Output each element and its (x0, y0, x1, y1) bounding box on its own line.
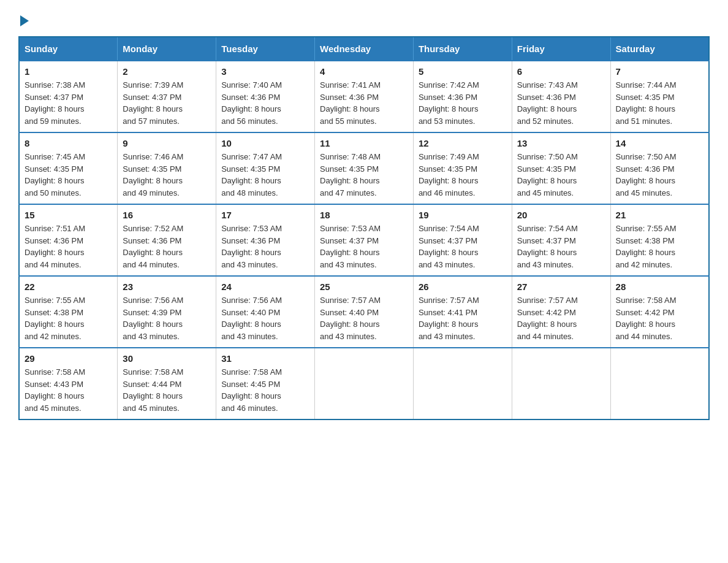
day-info: Sunrise: 7:40 AM Sunset: 4:36 PM Dayligh… (221, 79, 309, 127)
day-info: Sunrise: 7:55 AM Sunset: 4:38 PM Dayligh… (616, 223, 703, 270)
calendar-week-row: 29 Sunrise: 7:58 AM Sunset: 4:43 PM Dayl… (19, 348, 709, 419)
calendar-cell: 29 Sunrise: 7:58 AM Sunset: 4:43 PM Dayl… (19, 348, 118, 419)
day-info: Sunrise: 7:44 AM Sunset: 4:35 PM Dayligh… (616, 79, 703, 127)
calendar-cell: 30 Sunrise: 7:58 AM Sunset: 4:44 PM Dayl… (118, 348, 216, 419)
day-number: 1 (25, 66, 112, 77)
day-info: Sunrise: 7:47 AM Sunset: 4:35 PM Dayligh… (221, 151, 309, 199)
day-info: Sunrise: 7:50 AM Sunset: 4:36 PM Dayligh… (616, 151, 703, 199)
day-number: 14 (616, 138, 703, 148)
column-header-sunday: Sunday (19, 37, 118, 61)
day-number: 6 (517, 66, 605, 77)
calendar-cell: 24 Sunrise: 7:56 AM Sunset: 4:40 PM Dayl… (216, 276, 315, 348)
calendar-cell: 27 Sunrise: 7:57 AM Sunset: 4:42 PM Dayl… (512, 276, 610, 348)
day-info: Sunrise: 7:57 AM Sunset: 4:42 PM Dayligh… (517, 294, 605, 342)
calendar-cell: 23 Sunrise: 7:56 AM Sunset: 4:39 PM Dayl… (118, 276, 216, 348)
day-info: Sunrise: 7:56 AM Sunset: 4:40 PM Dayligh… (221, 294, 309, 342)
day-number: 22 (25, 282, 112, 292)
day-info: Sunrise: 7:45 AM Sunset: 4:35 PM Dayligh… (25, 151, 112, 199)
day-info: Sunrise: 7:43 AM Sunset: 4:36 PM Dayligh… (517, 79, 605, 127)
calendar-cell: 4 Sunrise: 7:41 AM Sunset: 4:36 PM Dayli… (315, 61, 414, 132)
calendar-cell: 12 Sunrise: 7:49 AM Sunset: 4:35 PM Dayl… (413, 132, 512, 204)
day-info: Sunrise: 7:54 AM Sunset: 4:37 PM Dayligh… (419, 223, 507, 270)
day-number: 5 (419, 66, 507, 77)
day-info: Sunrise: 7:38 AM Sunset: 4:37 PM Dayligh… (25, 79, 112, 127)
calendar-week-row: 15 Sunrise: 7:51 AM Sunset: 4:36 PM Dayl… (19, 204, 709, 276)
column-header-wednesday: Wednesday (315, 37, 414, 61)
calendar-cell: 2 Sunrise: 7:39 AM Sunset: 4:37 PM Dayli… (118, 61, 216, 132)
calendar-table: SundayMondayTuesdayWednesdayThursdayFrid… (18, 36, 710, 420)
column-header-tuesday: Tuesday (216, 37, 315, 61)
calendar-cell: 13 Sunrise: 7:50 AM Sunset: 4:35 PM Dayl… (512, 132, 610, 204)
day-number: 17 (221, 210, 309, 220)
calendar-week-row: 22 Sunrise: 7:55 AM Sunset: 4:38 PM Dayl… (19, 276, 709, 348)
column-header-friday: Friday (512, 37, 610, 61)
calendar-cell: 22 Sunrise: 7:55 AM Sunset: 4:38 PM Dayl… (19, 276, 118, 348)
calendar-cell: 21 Sunrise: 7:55 AM Sunset: 4:38 PM Dayl… (610, 204, 709, 276)
calendar-cell: 14 Sunrise: 7:50 AM Sunset: 4:36 PM Dayl… (610, 132, 709, 204)
day-number: 18 (320, 210, 408, 220)
calendar-cell: 6 Sunrise: 7:43 AM Sunset: 4:36 PM Dayli… (512, 61, 610, 132)
day-number: 12 (419, 138, 507, 148)
calendar-cell (315, 348, 414, 419)
day-info: Sunrise: 7:39 AM Sunset: 4:37 PM Dayligh… (123, 79, 211, 127)
day-info: Sunrise: 7:46 AM Sunset: 4:35 PM Dayligh… (123, 151, 211, 199)
day-number: 15 (25, 210, 112, 220)
calendar-week-row: 1 Sunrise: 7:38 AM Sunset: 4:37 PM Dayli… (19, 61, 709, 132)
day-number: 31 (221, 353, 309, 364)
day-info: Sunrise: 7:54 AM Sunset: 4:37 PM Dayligh… (517, 223, 605, 270)
calendar-cell (413, 348, 512, 419)
calendar-cell (512, 348, 610, 419)
calendar-cell: 16 Sunrise: 7:52 AM Sunset: 4:36 PM Dayl… (118, 204, 216, 276)
day-number: 24 (221, 282, 309, 292)
day-number: 19 (419, 210, 507, 220)
column-header-saturday: Saturday (610, 37, 709, 61)
day-number: 9 (123, 138, 211, 148)
day-info: Sunrise: 7:49 AM Sunset: 4:35 PM Dayligh… (419, 151, 507, 199)
calendar-cell (610, 348, 709, 419)
day-info: Sunrise: 7:57 AM Sunset: 4:41 PM Dayligh… (419, 294, 507, 342)
day-info: Sunrise: 7:51 AM Sunset: 4:36 PM Dayligh… (25, 223, 112, 270)
calendar-cell: 5 Sunrise: 7:42 AM Sunset: 4:36 PM Dayli… (413, 61, 512, 132)
day-number: 23 (123, 282, 211, 292)
day-number: 28 (616, 282, 703, 292)
calendar-cell: 26 Sunrise: 7:57 AM Sunset: 4:41 PM Dayl… (413, 276, 512, 348)
calendar-cell: 28 Sunrise: 7:58 AM Sunset: 4:42 PM Dayl… (610, 276, 709, 348)
calendar-header-row: SundayMondayTuesdayWednesdayThursdayFrid… (19, 37, 709, 61)
day-info: Sunrise: 7:41 AM Sunset: 4:36 PM Dayligh… (320, 79, 408, 127)
day-number: 25 (320, 282, 408, 292)
calendar-cell: 31 Sunrise: 7:58 AM Sunset: 4:45 PM Dayl… (216, 348, 315, 419)
day-number: 16 (123, 210, 211, 220)
day-number: 2 (123, 66, 211, 77)
day-number: 11 (320, 138, 408, 148)
calendar-cell: 7 Sunrise: 7:44 AM Sunset: 4:35 PM Dayli… (610, 61, 709, 132)
day-number: 7 (616, 66, 703, 77)
calendar-cell: 19 Sunrise: 7:54 AM Sunset: 4:37 PM Dayl… (413, 204, 512, 276)
calendar-cell: 20 Sunrise: 7:54 AM Sunset: 4:37 PM Dayl… (512, 204, 610, 276)
calendar-cell: 10 Sunrise: 7:47 AM Sunset: 4:35 PM Dayl… (216, 132, 315, 204)
day-info: Sunrise: 7:53 AM Sunset: 4:36 PM Dayligh… (221, 223, 309, 270)
day-number: 27 (517, 282, 605, 292)
day-number: 3 (221, 66, 309, 77)
day-info: Sunrise: 7:48 AM Sunset: 4:35 PM Dayligh… (320, 151, 408, 199)
column-header-monday: Monday (118, 37, 216, 61)
column-header-thursday: Thursday (413, 37, 512, 61)
calendar-cell: 9 Sunrise: 7:46 AM Sunset: 4:35 PM Dayli… (118, 132, 216, 204)
day-info: Sunrise: 7:58 AM Sunset: 4:44 PM Dayligh… (123, 366, 211, 414)
calendar-cell: 18 Sunrise: 7:53 AM Sunset: 4:37 PM Dayl… (315, 204, 414, 276)
day-number: 13 (517, 138, 605, 148)
calendar-cell: 25 Sunrise: 7:57 AM Sunset: 4:40 PM Dayl… (315, 276, 414, 348)
day-number: 20 (517, 210, 605, 220)
day-number: 4 (320, 66, 408, 77)
calendar-cell: 3 Sunrise: 7:40 AM Sunset: 4:36 PM Dayli… (216, 61, 315, 132)
logo-arrow-icon (20, 15, 29, 26)
logo-general-text (18, 15, 29, 26)
day-number: 26 (419, 282, 507, 292)
day-info: Sunrise: 7:57 AM Sunset: 4:40 PM Dayligh… (320, 294, 408, 342)
calendar-cell: 15 Sunrise: 7:51 AM Sunset: 4:36 PM Dayl… (19, 204, 118, 276)
calendar-cell: 11 Sunrise: 7:48 AM Sunset: 4:35 PM Dayl… (315, 132, 414, 204)
logo (18, 12, 29, 24)
day-number: 10 (221, 138, 309, 148)
calendar-cell: 1 Sunrise: 7:38 AM Sunset: 4:37 PM Dayli… (19, 61, 118, 132)
day-info: Sunrise: 7:53 AM Sunset: 4:37 PM Dayligh… (320, 223, 408, 270)
day-info: Sunrise: 7:58 AM Sunset: 4:42 PM Dayligh… (616, 294, 703, 342)
